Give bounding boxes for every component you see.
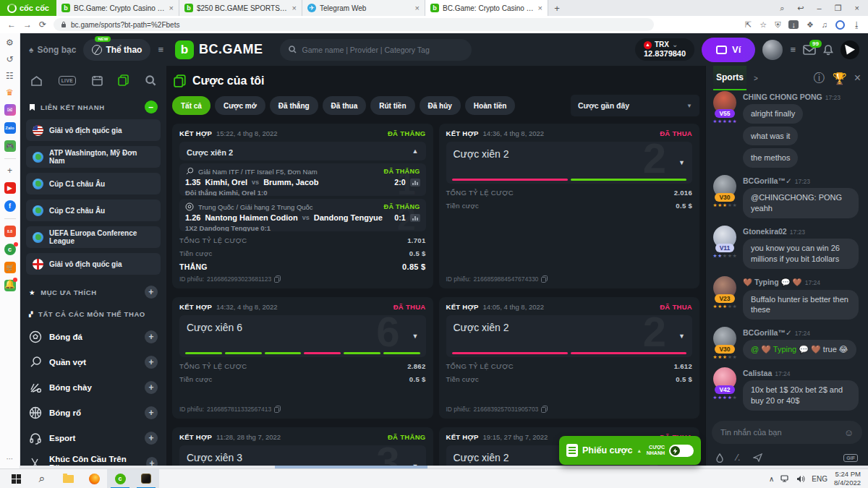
minimize-button[interactable]: – [817,4,822,12]
wallet-button[interactable]: Ví [702,38,755,62]
copy-icon[interactable] [274,406,281,413]
trophy-icon[interactable]: 🏆 [833,72,847,85]
bookmark-star-icon[interactable]: ☆ [760,20,767,30]
browser-tab-1[interactable]: b BC.Game: Crypto Casino Gan × [56,0,179,16]
chat-tab-sports[interactable]: Sports [713,66,746,90]
browser-tab-4-active[interactable]: b BC.Game: Crypto Casino Gan × [425,0,548,16]
games-icon[interactable]: 🎮 [4,140,16,152]
notifications-bell-icon[interactable]: 🔔 [4,279,15,289]
zalo-icon[interactable]: Zalo [4,122,16,134]
profile-icon[interactable] [835,20,845,30]
bet-card-toggle[interactable]: Cược xiên 2 2 ▼ [446,142,693,184]
add-favorite-button[interactable]: + [145,286,158,299]
copy-icon[interactable] [274,275,281,283]
inbox-button[interactable]: 99 [803,45,816,55]
coccoc-menu-button[interactable]: cốc cốc [0,0,56,16]
sidebar-item-tennis[interactable]: Quần vợt + [26,349,161,374]
close-button[interactable]: × [855,4,859,12]
tab-close-icon[interactable]: × [169,4,174,12]
home-icon[interactable] [30,75,43,86]
copy-icon[interactable] [541,275,548,283]
settings-gear-icon[interactable]: ⚙ [6,38,14,48]
nav-casino[interactable]: ♠ Sòng bạc [29,45,76,55]
expand-button[interactable]: + [145,432,158,445]
browser-tab-3[interactable]: ✈ Telegram Web × [302,0,425,16]
my-bets-icon[interactable] [118,74,129,86]
filter-open[interactable]: Cược mở [215,96,265,115]
expand-button[interactable]: + [145,330,158,343]
bell-icon[interactable] [823,44,833,56]
expand-button[interactable]: + [145,356,158,369]
start-button[interactable] [3,469,29,488]
chat-username[interactable]: BCGorilla™✓ [743,328,792,337]
music-icon[interactable]: ♫ [822,20,827,29]
bc-spin-icon[interactable] [841,40,859,59]
filter-refund[interactable]: Hoàn tiền [465,96,516,115]
sidebar-item-esport[interactable]: Esport + [26,425,161,450]
facebook-icon[interactable]: f [4,200,16,212]
tip-dart-icon[interactable] [753,453,762,462]
lazada-cart-icon[interactable]: 🛒 [4,262,16,273]
bcgame-logo[interactable]: b BC.GAME [175,40,263,59]
filter-cancelled[interactable]: Đã hủy [420,96,461,115]
gif-icon[interactable]: GIF [843,454,858,462]
quick-link[interactable]: Cúp C1 châu Âu [26,173,161,194]
quick-link[interactable]: Giải vô địch quốc gia [26,253,161,275]
sort-dropdown[interactable]: Cược gần đây ▼ [571,95,699,116]
chat-username[interactable]: Calistaa [743,369,772,377]
bet-card-toggle[interactable]: Cược xiên 2 2 ▼ [446,315,693,357]
url-field[interactable]: bc.game/sports?bt-path=%2Fbets [54,18,654,31]
more-icon[interactable]: ⋯ [7,455,14,463]
bet-card-toggle[interactable]: Cược xiên 2 ▲ [179,142,426,160]
coccoc-taskbar-icon[interactable]: c [107,469,133,488]
shopee-icon[interactable]: 8.8 [4,226,16,237]
filter-won[interactable]: Đã thắng [270,96,318,115]
sidebar-item-baseball[interactable]: Bóng chày + [26,374,161,400]
messenger-icon[interactable]: ✉ [4,104,16,116]
chevron-right-icon[interactable]: > [754,74,758,82]
reload-button[interactable]: ⟳ [39,20,46,30]
user-avatar[interactable] [762,40,783,60]
chat-username[interactable]: 🤎 Typing 💬 🤎 [743,278,802,286]
tab-close-icon[interactable]: × [415,4,420,12]
collapse-button[interactable]: – [145,100,158,114]
chat-username[interactable]: Gtonekira02 [743,227,787,236]
taskbar-clock[interactable]: 5:24 PM 8/4/2022 [834,470,861,487]
calendar-icon[interactable] [92,75,103,86]
expand-button[interactable]: + [145,381,158,394]
nav-sports-active[interactable]: NEW Thể thao [83,39,150,61]
add-shortcut-icon[interactable]: + [7,166,12,176]
quick-bet-toggle[interactable] [669,445,694,457]
crown-icon[interactable]: ♛ [6,87,14,98]
extensions-icon[interactable]: ❖ [807,20,814,30]
live-icon[interactable]: LIVE [59,76,76,85]
app-taskbar-icon[interactable] [133,469,159,488]
browser-tab-2[interactable]: b $250 BC.GAME SPORTS PARL × [179,0,302,16]
feed-icon[interactable]: ☷ [6,71,14,81]
volume-icon[interactable] [796,475,805,483]
share-icon[interactable]: ⇱ [745,20,752,30]
sidebar-item-football[interactable]: Bóng đá + [26,324,161,349]
emoji-icon[interactable]: ☺ [844,427,854,438]
file-explorer-icon[interactable] [55,469,81,488]
coccoc-app-icon[interactable]: c [4,244,16,255]
quick-link[interactable]: ATP Washington, Mỹ Đơn Nam [26,146,161,168]
sidebar-item-basketball[interactable]: Bóng rổ + [26,400,161,425]
rain-icon[interactable] [716,453,723,463]
shield-icon[interactable]: ⛨ [775,20,780,30]
language-indicator[interactable]: ENG [812,475,827,483]
search-icon[interactable] [145,75,156,86]
expand-button[interactable]: + [145,406,158,419]
tray-expand-icon[interactable]: ∧ [769,475,774,483]
chat-username[interactable]: CHING CHONG PONG [743,93,822,101]
nav-menu-icon[interactable]: ≡ [158,44,163,55]
profile-menu-icon[interactable]: ≡ [790,44,796,55]
betslip-button[interactable]: Phiếu cược ▲ CƯỢCNHANH [559,436,701,465]
tab-close-icon[interactable]: × [292,4,297,12]
forward-button[interactable]: → [23,20,32,30]
tab-close-icon[interactable]: × [538,4,542,12]
network-icon[interactable] [780,475,790,483]
game-search-input[interactable]: Game name | Provider | Category Tag [280,39,472,61]
commands-icon[interactable]: ⁄. [736,453,740,463]
filter-cashout[interactable]: Rút tiền [370,96,414,115]
